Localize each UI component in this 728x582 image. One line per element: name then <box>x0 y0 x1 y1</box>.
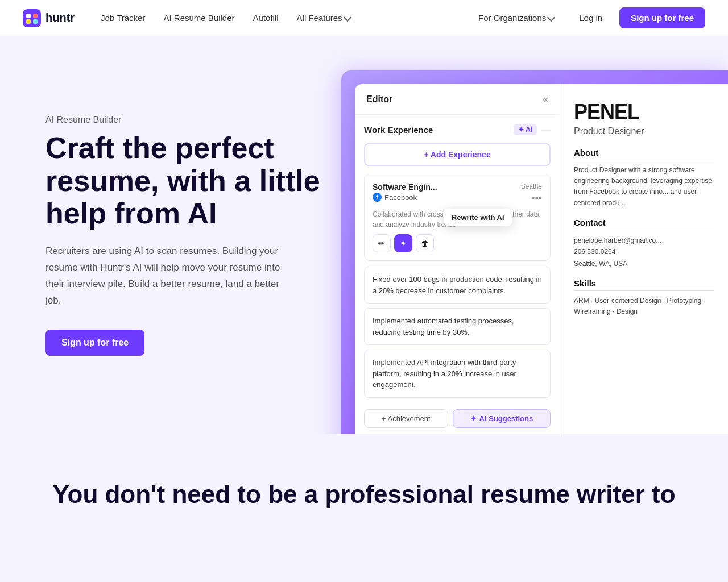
bullet-text-1: Fixed over 100 bugs in production code, … <box>373 275 542 295</box>
section-title: Work Experience <box>364 125 433 135</box>
chevron-down-icon <box>344 13 351 21</box>
resume-phone: 206.530.0264 <box>574 246 714 257</box>
hero-section: AI Resume Builder Craft the perfect resu… <box>0 36 728 434</box>
nav-for-organizations[interactable]: For Organizations <box>470 9 562 27</box>
experience-card: Software Engin... f Facebook Seattle ••• <box>364 174 551 261</box>
nav-all-features[interactable]: All Features <box>289 9 358 27</box>
editor-title: Editor <box>366 94 392 105</box>
resume-skills-text: ARM · User-centered Design · Prototyping… <box>574 296 714 317</box>
chevron-down-icon <box>547 13 555 21</box>
navigation: huntr Job Tracker AI Resume Builder Auto… <box>0 0 728 36</box>
exp-menu-icon[interactable]: ••• <box>531 193 542 205</box>
exp-location: Seattle <box>521 182 542 190</box>
resume-preview-panel: PENEL Product Designer About Product Des… <box>560 84 728 434</box>
logo[interactable]: huntr <box>23 9 75 27</box>
resume-contact-info: penelope.harber@gmail.co... 206.530.0264… <box>574 235 714 269</box>
bullet-card-2: Implemented automated testing processes,… <box>364 308 551 345</box>
bullet-text-3: Implemented API integration with third-p… <box>373 358 516 389</box>
editor-header: Editor « <box>355 84 560 115</box>
resume-about-text: Product Designer with a strong software … <box>574 165 714 209</box>
hero-description: Recruiters are using AI to scan resumes.… <box>46 243 284 309</box>
exp-job-title: Software Engin... <box>373 182 437 192</box>
ai-suggest-icon: ✦ <box>470 414 477 423</box>
svg-rect-0 <box>23 9 41 27</box>
hero-subtitle: AI Resume Builder <box>46 115 330 125</box>
nav-org-label: For Organizations <box>478 13 546 23</box>
exp-company-name: f Facebook <box>373 193 437 202</box>
exp-company: Software Engin... f Facebook <box>373 182 437 202</box>
bottom-section: You don't need to be a professional resu… <box>0 434 728 533</box>
edit-pencil-button[interactable]: ✏ <box>373 234 391 252</box>
work-experience-header: Work Experience ✦ AI — <box>364 124 551 135</box>
rewrite-label: Rewrite with AI <box>452 213 504 222</box>
collapse-icon[interactable]: « <box>543 93 548 105</box>
exp-right: Seattle ••• <box>521 182 542 205</box>
edit-sparkle-button[interactable]: ✦ <box>394 234 412 252</box>
svg-rect-2 <box>33 14 38 18</box>
mockup-container: Editor « Work Experience ✦ AI — <box>341 70 728 434</box>
edit-actions: ✏ ✦ 🗑 <box>373 234 542 252</box>
nav-signup-button[interactable]: Sign up for free <box>619 7 705 28</box>
resume-role: Product Designer <box>574 126 714 136</box>
ai-suggestions-button[interactable]: ✦ AI Suggestions <box>453 409 551 428</box>
nav-ai-resume-builder[interactable]: AI Resume Builder <box>155 9 242 27</box>
svg-rect-3 <box>26 19 31 24</box>
nav-job-tracker[interactable]: Job Tracker <box>93 9 153 27</box>
hero-cta-button[interactable]: Sign up for free <box>46 330 144 356</box>
nav-all-features-label: All Features <box>297 13 342 23</box>
resume-about-title: About <box>574 148 714 160</box>
ai-label: AI <box>526 126 532 134</box>
section-actions: ✦ AI — <box>514 124 551 135</box>
svg-rect-4 <box>33 19 38 24</box>
minus-icon[interactable]: — <box>541 124 551 135</box>
huntr-logo-icon <box>23 9 41 27</box>
logo-text: huntr <box>46 11 75 24</box>
ai-suggest-label: AI Suggestions <box>479 414 533 423</box>
resume-address: Seattle, WA, USA <box>574 258 714 269</box>
facebook-icon: f <box>373 193 382 202</box>
add-experience-button[interactable]: + Add Experience <box>364 143 551 166</box>
editor-body: Work Experience ✦ AI — + Add Experience <box>355 115 560 434</box>
achievement-button[interactable]: + Achievement <box>364 409 448 428</box>
nav-autofill[interactable]: Autofill <box>245 9 287 27</box>
card-footer: + Achievement ✦ AI Suggestions <box>364 402 551 430</box>
bottom-title: You don't need to be a professional resu… <box>46 480 682 510</box>
bullet-text-2: Implemented automated testing processes,… <box>373 317 514 336</box>
ai-badge[interactable]: ✦ AI <box>514 124 537 135</box>
sparkle-icon: ✦ <box>518 126 524 134</box>
hero-content: AI Resume Builder Craft the perfect resu… <box>46 115 330 355</box>
nav-right: For Organizations Log in Sign up for fre… <box>470 7 705 28</box>
svg-rect-1 <box>26 14 31 18</box>
editor-panel: Editor « Work Experience ✦ AI — <box>355 84 560 434</box>
resume-contact-title: Contact <box>574 218 714 230</box>
rewrite-tooltip[interactable]: Rewrite with AI <box>444 209 512 226</box>
hero-mockup: Editor « Work Experience ✦ AI — <box>330 36 728 434</box>
resume-name: PENEL <box>574 100 714 124</box>
resume-email: penelope.harber@gmail.co... <box>574 235 714 246</box>
nav-links: Job Tracker AI Resume Builder Autofill A… <box>93 9 470 27</box>
exp-card-header: Software Engin... f Facebook Seattle ••• <box>373 182 542 205</box>
bullet-card-3: Implemented API integration with third-p… <box>364 350 551 398</box>
bullet-card-1: Fixed over 100 bugs in production code, … <box>364 267 551 304</box>
edit-trash-button[interactable]: 🗑 <box>416 234 434 252</box>
company-label: Facebook <box>384 193 417 202</box>
nav-login[interactable]: Log in <box>571 9 610 27</box>
resume-skills-title: Skills <box>574 278 714 291</box>
hero-title: Craft the perfect resume, with a little … <box>46 132 330 230</box>
